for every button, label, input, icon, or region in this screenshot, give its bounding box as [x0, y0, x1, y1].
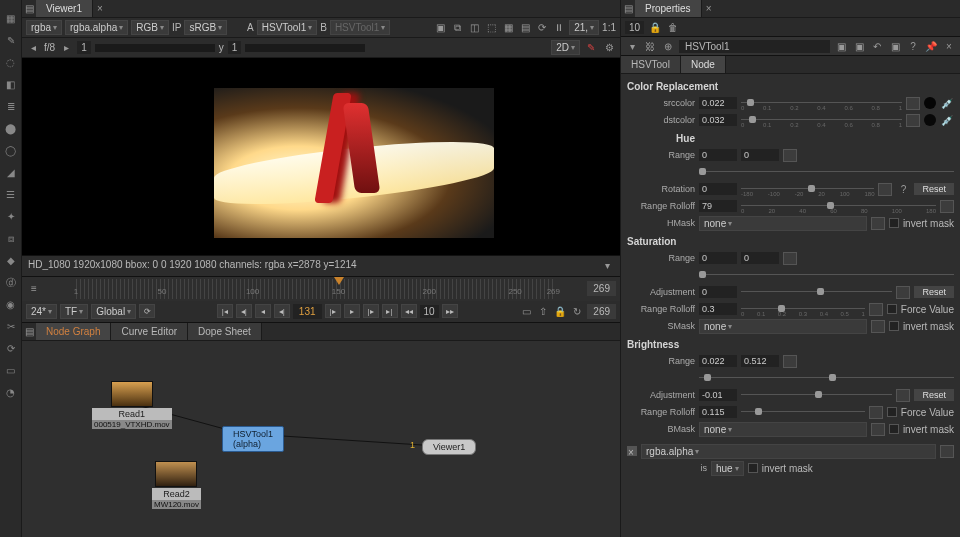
input-a-dd[interactable]: HSVTool1 — [257, 20, 317, 35]
bri-rolloff-value[interactable]: 0.115 — [699, 406, 737, 418]
help-icon[interactable]: ? — [896, 182, 910, 196]
tool-icon[interactable]: ◢ — [2, 164, 20, 182]
sync-dd[interactable]: Global — [91, 304, 136, 319]
timeline-menu-icon[interactable]: ≡ — [22, 282, 46, 296]
tab-curveeditor[interactable]: Curve Editor — [111, 323, 188, 340]
viewer-node[interactable]: Viewer1 — [422, 439, 476, 455]
skip-fwd-button[interactable]: ▸▸ — [442, 304, 458, 318]
tab-nodegraph[interactable]: Node Graph — [36, 323, 111, 340]
close-icon[interactable]: × — [942, 39, 956, 53]
next-key-button[interactable]: |▸ — [363, 304, 379, 318]
node-graph[interactable]: Read1 000519_VTXHD.mov HSVTool1 (alpha) … — [22, 341, 620, 538]
tool-icon[interactable]: ◔ — [2, 384, 20, 402]
range-icon[interactable]: ▭ — [519, 304, 533, 318]
link-button[interactable] — [871, 217, 885, 230]
anim-button[interactable] — [783, 355, 797, 368]
chevron-down-icon[interactable]: ▾ — [600, 259, 614, 273]
subtab-node[interactable]: Node — [681, 56, 726, 73]
pane-menu-icon[interactable]: ▤ — [621, 2, 635, 16]
guides-icon[interactable]: ▦ — [501, 21, 515, 35]
anim-button[interactable] — [783, 149, 797, 162]
pin-icon[interactable]: 📌 — [924, 39, 938, 53]
panel-count[interactable]: 10 — [625, 21, 644, 34]
subtab-hsvtool[interactable]: HSVTool — [621, 56, 681, 73]
tab-close-icon[interactable]: × — [93, 2, 107, 16]
lock-icon[interactable]: 🔒 — [648, 20, 662, 34]
tab-dopesheet[interactable]: Dope Sheet — [188, 323, 262, 340]
anim-button[interactable] — [783, 252, 797, 265]
hue-rolloff-value[interactable]: 79 — [699, 200, 737, 212]
help-icon[interactable]: ? — [906, 39, 920, 53]
reset-button[interactable]: Reset — [914, 183, 954, 195]
first-frame-button[interactable]: |◂ — [217, 304, 233, 318]
input-b-dd[interactable]: HSVTool1 — [330, 20, 390, 35]
tool-icon[interactable]: ▦ — [2, 10, 20, 28]
properties-tab[interactable]: Properties — [635, 0, 702, 17]
anim-button[interactable] — [906, 114, 920, 127]
link-icon[interactable]: ⛓ — [643, 39, 657, 53]
zoom-dd[interactable]: 21, — [569, 20, 599, 35]
projection-dd[interactable]: 2D — [551, 40, 580, 55]
read1-node[interactable]: Read1 000519_VTXHD.mov — [92, 381, 172, 429]
btn-icon[interactable]: ▣ — [888, 39, 902, 53]
tf-dd[interactable]: TF — [60, 304, 88, 319]
gamma-value[interactable]: 1 — [228, 41, 242, 54]
tool-icon[interactable]: ≣ — [2, 98, 20, 116]
bri-range-hi[interactable]: 0.512 — [741, 355, 779, 367]
export-icon[interactable]: ⇧ — [536, 304, 550, 318]
link-button[interactable] — [940, 445, 954, 458]
invert-checkbox[interactable] — [889, 321, 899, 331]
safe-icon[interactable]: ▤ — [518, 21, 532, 35]
invert-checkbox[interactable] — [889, 424, 899, 434]
dstcolor-value[interactable]: 0.032 — [699, 114, 737, 126]
reset-button[interactable]: Reset — [914, 389, 954, 401]
colorspace-dd[interactable]: RGB — [131, 20, 169, 35]
link-button[interactable] — [871, 423, 885, 436]
play-button[interactable]: ▸ — [344, 304, 360, 318]
sat-adj-value[interactable]: 0 — [699, 286, 737, 298]
tool-icon[interactable]: ✂ — [2, 318, 20, 336]
anim-button[interactable] — [869, 303, 883, 316]
sat-rolloff-slider[interactable]: 00.10.20.30.40.51 — [741, 304, 865, 314]
bmask-dd[interactable]: none — [699, 422, 867, 437]
tool-icon[interactable]: ✦ — [2, 208, 20, 226]
tool-icon[interactable]: ◌ — [2, 54, 20, 72]
sat-rolloff-value[interactable]: 0.3 — [699, 303, 737, 315]
pane-menu-icon[interactable]: ▤ — [22, 324, 36, 338]
tool-icon[interactable]: ⧈ — [2, 230, 20, 248]
bri-range-slider[interactable] — [699, 373, 954, 383]
forceval-checkbox[interactable] — [887, 407, 897, 417]
timeline-ruler[interactable]: 1 50 100 150 200 250 269 — [76, 279, 553, 299]
gamma-slider[interactable] — [245, 44, 365, 52]
tool-icon[interactable]: ✎ — [2, 32, 20, 50]
clear-icon[interactable]: 🗑 — [666, 20, 680, 34]
anim-button[interactable] — [869, 406, 883, 419]
tool-icon[interactable]: ⬤ — [2, 120, 20, 138]
sat-range-lo[interactable]: 0 — [699, 252, 737, 264]
eyedropper-icon[interactable]: 💉 — [940, 113, 954, 127]
tool-icon[interactable]: ◧ — [2, 76, 20, 94]
close-pane-icon[interactable]: ▤ — [22, 2, 36, 16]
color-swatch[interactable] — [924, 97, 936, 109]
sat-range-hi[interactable]: 0 — [741, 252, 779, 264]
step-size[interactable]: 10 — [420, 305, 439, 318]
invert-checkbox[interactable] — [748, 463, 758, 473]
anim-button[interactable] — [878, 183, 892, 196]
tool-icon[interactable]: ⓓ — [2, 274, 20, 292]
rotation-slider[interactable]: -180-100-2020100180 — [741, 184, 874, 194]
prev-key-button[interactable]: ◂| — [236, 304, 252, 318]
tab-close-icon[interactable]: × — [702, 2, 716, 16]
srccolor-value[interactable]: 0.022 — [699, 97, 737, 109]
hmask-dd[interactable]: none — [699, 216, 867, 231]
forceval-checkbox[interactable] — [887, 304, 897, 314]
exposure-slider[interactable] — [95, 44, 215, 52]
revert-icon[interactable]: ↶ — [870, 39, 884, 53]
record-icon[interactable]: ✎ — [584, 41, 598, 55]
chevron-left-icon[interactable]: ◂ — [26, 41, 40, 55]
pause-icon[interactable]: ⏸ — [552, 21, 566, 35]
bri-range-lo[interactable]: 0.022 — [699, 355, 737, 367]
mask-mode-dd[interactable]: hue — [711, 461, 744, 476]
hue-range-slider[interactable] — [699, 167, 954, 177]
center-icon[interactable]: ⊕ — [661, 39, 675, 53]
layer-dd[interactable]: rgba.alpha — [65, 20, 128, 35]
